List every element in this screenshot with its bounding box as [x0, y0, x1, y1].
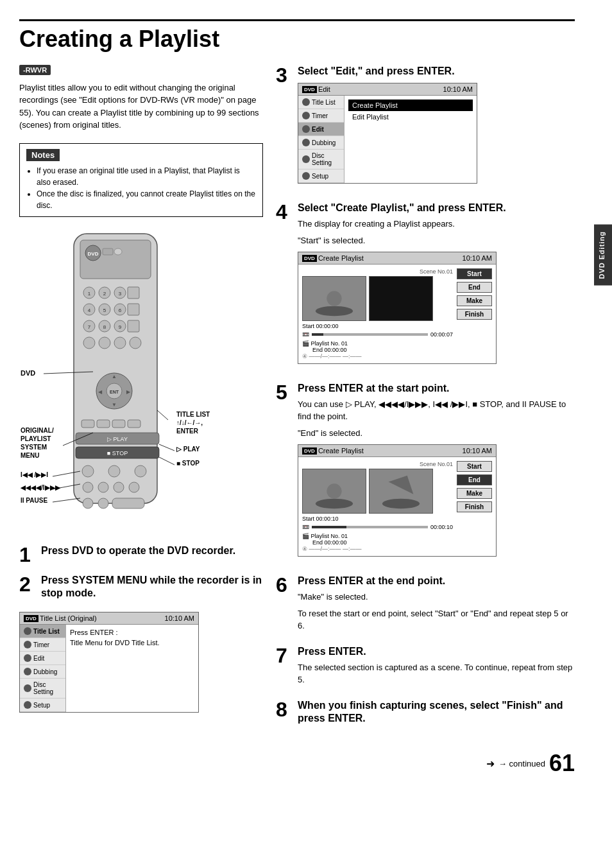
svg-rect-38 — [81, 420, 94, 428]
edit-setup-icon — [302, 172, 310, 180]
title-list-screen-body: Title List Timer Edit — [20, 625, 198, 712]
edit-screen-body: Title List Timer Edit — [298, 96, 477, 183]
step-2-title: Press SYSTEM MENU while the recorder is … — [41, 574, 263, 601]
edit-screen-header: DVD Edit 10:10 AM — [298, 83, 477, 96]
remote-diagram: DVD 1 2 3 4 5 6 — [19, 227, 250, 535]
step-5-desc1: You can use ▷ PLAY, ◀◀◀◀/I▶▶▶, I◀◀ /▶▶I,… — [298, 398, 575, 423]
step-1: 1 Press DVD to operate the DVD recorder. — [19, 544, 263, 565]
cp2-make-btn[interactable]: Make — [457, 488, 492, 499]
svg-text:8: 8 — [103, 324, 106, 330]
dvd-badge: DVD — [24, 615, 38, 622]
cp2-playlist-info: 🎬 Playlist No. 01 End 00:00:00 ④ ——/—:——… — [302, 533, 453, 552]
edit-playlist-option[interactable]: Edit Playlist — [348, 111, 473, 123]
step-7-desc: The selected section is captured as a sc… — [298, 661, 575, 686]
steps-1-2: 1 Press DVD to operate the DVD recorder.… — [19, 544, 263, 713]
page-number: 61 — [549, 750, 575, 777]
svg-rect-5 — [114, 248, 122, 255]
edit-sidebar-setup[interactable]: Setup — [298, 169, 344, 183]
step-4-desc1: The display for creating a Playlist appe… — [298, 218, 575, 230]
sidebar-setup[interactable]: Setup — [20, 699, 65, 712]
dvd-label: DVD — [21, 369, 35, 378]
svg-point-30 — [130, 337, 141, 349]
step-6-desc1: "Make" is selected. — [298, 591, 575, 603]
title-list-screen: DVD Title List (Original) 10:10 AM Title… — [19, 612, 199, 713]
step-4-title: Select "Create Playlist," and press ENTE… — [298, 202, 575, 215]
svg-point-47 — [108, 465, 120, 477]
cp1-dvd-icon: DVD Create Playlist — [302, 254, 364, 262]
sidebar-dubbing[interactable]: Dubbing — [20, 665, 65, 679]
cp1-playlist-info: 🎬 Playlist No. 01 End 00:00:00 ④ ——/—:——… — [302, 340, 453, 360]
stop-label: ■ STOP — [176, 460, 200, 467]
svg-text:2: 2 — [103, 291, 106, 297]
cp2-extra-info: ④ ——/—:—— —:—— — [302, 546, 453, 552]
cp1-make-btn[interactable]: Make — [457, 295, 492, 306]
notes-header: Notes — [26, 149, 60, 161]
cp2-finish-btn[interactable]: Finish — [457, 501, 492, 512]
step-3-number: 3 — [276, 65, 294, 85]
svg-point-48 — [135, 465, 146, 477]
svg-text:4: 4 — [88, 308, 91, 313]
sidebar-disc-setting[interactable]: Disc Setting — [20, 679, 65, 699]
disc-setting-icon — [24, 684, 31, 692]
svg-rect-55 — [112, 498, 144, 508]
timer-icon — [24, 641, 31, 648]
cp1-header-text: Create Playlist — [318, 254, 364, 262]
step-8: 8 When you finish capturing scenes, sele… — [276, 699, 575, 729]
left-column: -RWVR Playlist titles allow you to edit … — [19, 65, 263, 777]
create-playlist-screen-2: DVD Create Playlist 10:10 AM Scene No.01 — [298, 444, 497, 557]
edit-sidebar-title-list[interactable]: Title List — [298, 96, 344, 109]
svg-rect-12 — [128, 287, 139, 299]
edit-sidebar-timer[interactable]: Timer — [298, 109, 344, 123]
continued-arrow: ➜ — [486, 758, 495, 770]
svg-text:3: 3 — [119, 291, 122, 297]
edit-main: Create Playlist Edit Playlist — [344, 96, 477, 183]
title-list-main: Press ENTER : Title Menu for DVD Title L… — [66, 625, 198, 712]
svg-point-53 — [83, 498, 93, 508]
cp1-start-btn[interactable]: Start — [457, 268, 492, 279]
cp1-finish-btn[interactable]: Finish — [457, 309, 492, 320]
edit-sidebar-disc[interactable]: Disc Setting — [298, 150, 344, 169]
step-5-title: Press ENTER at the start point. — [298, 382, 575, 395]
edit-sidebar-edit[interactable]: Edit — [298, 123, 344, 136]
sidebar-timer[interactable]: Timer — [20, 638, 65, 652]
step-4: 4 Select "Create Playlist," and press EN… — [276, 202, 575, 373]
step-6-content: Press ENTER at the end point. "Make" is … — [298, 575, 575, 636]
title-list-icon — [24, 627, 31, 635]
title-list-screen-header: DVD Title List (Original) 10:10 AM — [20, 612, 198, 625]
step-7: 7 Press ENTER. The selected section is c… — [276, 645, 575, 690]
sidebar-edit[interactable]: Edit — [20, 652, 65, 665]
two-col-layout: -RWVR Playlist titles allow you to edit … — [19, 65, 575, 777]
step-7-content: Press ENTER. The selected section is cap… — [298, 645, 575, 690]
svg-point-29 — [114, 337, 126, 349]
cp2-end-btn[interactable]: End — [457, 474, 492, 485]
svg-rect-26 — [128, 320, 139, 332]
step-6: 6 Press ENTER at the end point. "Make" i… — [276, 575, 575, 636]
cp1-progress-time: 00:00:07 — [430, 331, 453, 338]
cp2-progress-row: 📼 00:00:10 — [302, 524, 453, 530]
svg-rect-39 — [97, 420, 110, 428]
sidebar-title-list[interactable]: Title List — [20, 625, 65, 638]
step-4-content: Select "Create Playlist," and press ENTE… — [298, 202, 575, 373]
pause-label: II PAUSE — [21, 497, 47, 504]
cp2-playlist-icon: 🎬 Playlist No. 01 — [302, 533, 453, 539]
cp1-thumbnail-end — [369, 276, 433, 321]
edit-screen: DVD Edit 10:10 AM Title List — [298, 83, 477, 184]
cp1-cassette-icon: 📼 — [302, 331, 309, 338]
edit-sidebar-dubbing[interactable]: Dubbing — [298, 136, 344, 150]
cp2-time: 10:10 AM — [463, 447, 492, 455]
cp2-start-btn[interactable]: Start — [457, 461, 492, 472]
step-8-title: When you finish capturing scenes, select… — [298, 699, 575, 726]
svg-text:▼: ▼ — [112, 402, 117, 408]
svg-point-65 — [316, 306, 353, 317]
step-1-number: 1 — [19, 544, 37, 565]
continued-text: → continued — [498, 759, 545, 768]
cp1-end-btn[interactable]: End — [457, 282, 492, 293]
cp1-body: Scene No.01 — [298, 265, 496, 363]
svg-point-52 — [129, 482, 139, 492]
note-item-2: Once the disc is finalized, you cannot c… — [37, 188, 256, 211]
cp2-header: DVD Create Playlist 10:10 AM — [298, 445, 496, 457]
step-5-desc2: "End" is selected. — [298, 427, 575, 440]
create-playlist-option[interactable]: Create Playlist — [348, 100, 473, 111]
svg-text:5: 5 — [103, 308, 106, 313]
edit-sidebar: Title List Timer Edit — [298, 96, 344, 183]
